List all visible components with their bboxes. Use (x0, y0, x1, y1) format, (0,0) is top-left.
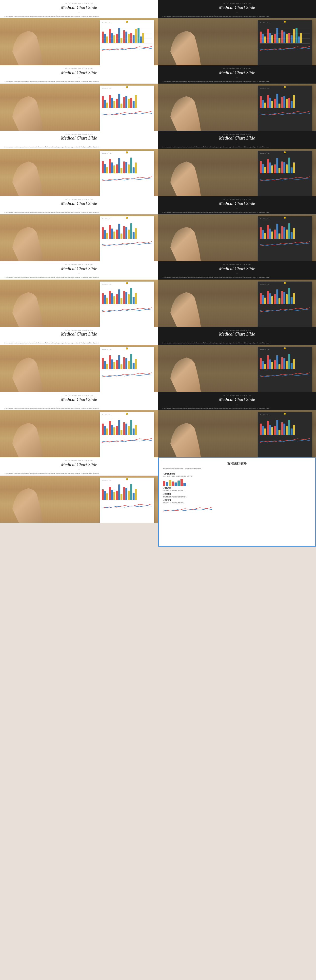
card-header-4l: FREE TEMPLATE SALE NOW Medical Chart Sli… (0, 196, 158, 211)
divider-4l: ⬥ (4, 207, 154, 209)
subtitle-7d: FREE TEMPLATE SALE NOW (162, 395, 312, 396)
body-4d: Ut accumsan sit amet lorem, quis rhoncus… (158, 211, 316, 214)
paper-2d: Medical Data Chart (258, 86, 312, 130)
divider: ⬥ (4, 11, 154, 13)
card-header-7d: FREE TEMPLATE SALE NOW Medical Chart Sli… (158, 392, 316, 407)
card-header-3d: FREE TEMPLATE SALE NOW Medical Chart Sli… (158, 130, 316, 146)
spark-4l (102, 240, 152, 248)
card-header-8l: FREE TEMPLATE SALE NOW Medical Chart Sli… (0, 457, 158, 473)
spark-5d (260, 305, 310, 313)
body-4l: Ut accumsan sit amet lorem, quis rhoncus… (0, 211, 158, 214)
special-sparkline (163, 506, 212, 512)
card-4-light: FREE TEMPLATE SALE NOW Medical Chart Sli… (0, 196, 158, 261)
section-text-4: 用药记录、手术记录及康复计划。 (163, 502, 311, 504)
card-header-6l: FREE TEMPLATE SALE NOW Medical Chart Sli… (0, 327, 158, 342)
title-7d: Medical Chart Slide (162, 397, 312, 402)
chart-paper-dark: Medical Data Chart (258, 20, 312, 65)
card-1-light: FREE TEMPLATE SALE NOW Medical Chart Sli… (0, 0, 158, 65)
card-5-light: FREE TEMPLATE SALE NOW Medical Chart Sli… (0, 261, 158, 327)
area-2d: Medical Data Chart (158, 84, 316, 130)
card-3-dark: FREE TEMPLATE SALE NOW Medical Chart Sli… (158, 130, 316, 196)
pin (126, 21, 128, 23)
paper-5d: Medical Data Chart (258, 282, 312, 327)
pin-4l (126, 217, 128, 219)
paper-3d: Medical Data Chart (258, 151, 312, 196)
divider-6d: ⬥ (162, 337, 312, 340)
bars-7l (102, 416, 152, 436)
section-label-2: 2. 诊断信息 (163, 487, 311, 490)
card-1-dark: FREE TEMPLATE SALE NOW Medical Chart Sli… (158, 0, 316, 65)
bar-chart-dark (260, 24, 310, 44)
row-3: FREE TEMPLATE SALE NOW Medical Chart Sli… (0, 130, 316, 196)
spark-2d (260, 109, 310, 118)
row-1: FREE TEMPLATE SALE NOW Medical Chart Sli… (0, 0, 316, 65)
section-2: 2. 诊断信息 主要诊断、次要诊断及相关病史。 (163, 487, 311, 492)
card-4-dark: FREE TEMPLATE SALE NOW Medical Chart Sli… (158, 196, 316, 261)
subtitle-3l: FREE TEMPLATE SALE NOW (4, 133, 154, 135)
pin-4d (284, 217, 286, 219)
spark-6d (260, 370, 310, 379)
area-3d: Medical Data Chart (158, 149, 316, 196)
spark-5l (102, 305, 152, 313)
card-7-light: FREE TEMPLATE SALE NOW Medical Chart Sli… (0, 392, 158, 457)
title-7l: Medical Chart Slide (4, 397, 154, 402)
divider-4d: ⬥ (162, 207, 312, 209)
card-header-5l: FREE TEMPLATE SALE NOW Medical Chart Sli… (0, 261, 158, 277)
section-3: 3. 检查数据 各项体检指标及实验室检查结果统计。 (163, 493, 311, 498)
card-header-5d: FREE TEMPLATE SALE NOW Medical Chart Sli… (158, 261, 316, 277)
divider-3l: ⬥ (4, 141, 154, 144)
divider-2l: ⬥ (4, 76, 154, 79)
bars-6d (260, 351, 310, 370)
body-7l: Ut accumsan sit amet lorem, quis rhoncus… (0, 407, 158, 410)
subtitle-3d: FREE TEMPLATE SALE NOW (162, 133, 312, 135)
spark-6l (102, 370, 152, 379)
title-4d: Medical Chart Slide (162, 201, 312, 206)
bars-7d (260, 416, 310, 436)
area-2l: Medical Data Chart (0, 84, 158, 130)
card-header-6d: FREE TEMPLATE SALE NOW Medical Chart Sli… (158, 327, 316, 342)
sparkline-dark (260, 44, 310, 52)
bars-2l (102, 89, 152, 109)
subtitle-4l: FREE TEMPLATE SALE NOW (4, 199, 154, 200)
spark-2l (102, 109, 152, 118)
paper-8l: Medical Data Chart (100, 477, 154, 523)
pin-3l (126, 151, 128, 153)
body-6d: Ut accumsan sit amet lorem, quis rhoncus… (158, 342, 316, 345)
card-2-dark: FREE TEMPLATE SALE NOW Medical Chart Sli… (158, 65, 316, 130)
title-4l: Medical Chart Slide (4, 201, 154, 206)
divider-5l: ⬥ (4, 272, 154, 275)
special-title: 标准医疗表格 (163, 461, 311, 466)
bars-3l (102, 154, 152, 174)
pin-8l (126, 478, 128, 480)
subtitle-dark: FREE TEMPLATE SALE NOW (162, 2, 312, 5)
card-title: Medical Chart Slide (4, 5, 154, 10)
spark-3d (260, 174, 310, 183)
body-3l: Ut accumsan sit amet lorem, quis rhoncus… (0, 146, 158, 149)
pin-2d (284, 86, 286, 88)
spark-8l (102, 501, 152, 510)
subtitle-7l: FREE TEMPLATE SALE NOW (4, 395, 154, 396)
area-3l: Medical Data Chart (0, 149, 158, 196)
divider-6l: ⬥ (4, 337, 154, 340)
title-6d: Medical Chart Slide (162, 332, 312, 337)
bars-8l (102, 481, 152, 501)
card-2-light: FREE TEMPLATE SALE NOW Medical Chart Sli… (0, 65, 158, 130)
title-5d: Medical Chart Slide (162, 266, 312, 272)
bars-4d (260, 220, 310, 240)
paper-7d: Medical Data Chart (258, 412, 312, 457)
spark-4d (260, 240, 310, 248)
card-header-3l: FREE TEMPLATE SALE NOW Medical Chart Sli… (0, 130, 158, 146)
body-5d: Ut accumsan sit amet lorem, quis rhoncus… (158, 277, 316, 280)
body-2d: Ut accumsan sit amet lorem, quis rhoncus… (158, 81, 316, 84)
chart-paper: Medical Data Chart (100, 20, 154, 65)
subtitle-2d: FREE TEMPLATE SALE NOW (162, 68, 312, 70)
row-6: FREE TEMPLATE SALE NOW Medical Chart Sli… (0, 327, 316, 392)
paper-4l: Medical Data Chart (100, 216, 154, 261)
paper-3l: Medical Data Chart (100, 151, 154, 196)
area-5l: Medical Data Chart (0, 280, 158, 327)
paper-5l: Medical Data Chart (100, 282, 154, 327)
special-intro: 本表格用于记录患者的医疗数据，包含多种指标的统计分析。 (163, 468, 311, 470)
section-label-3: 3. 检查数据 (163, 493, 311, 496)
content-area: Medical Data Chart (0, 18, 158, 65)
title-5l: Medical Chart Slide (4, 266, 154, 272)
